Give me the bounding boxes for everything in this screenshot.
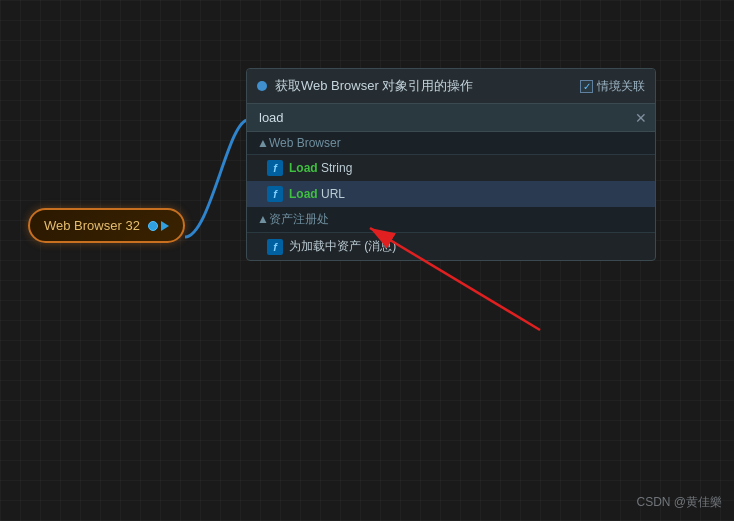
context-panel: 获取Web Browser 对象引用的操作 ✓ 情境关联 ✕ ▲Web Brow… bbox=[246, 68, 656, 261]
menu-item-text: Load String bbox=[289, 161, 352, 175]
search-bar: ✕ bbox=[247, 104, 655, 132]
node-label: Web Browser 32 bbox=[44, 218, 140, 233]
context-checkbox[interactable]: ✓ bbox=[580, 80, 593, 93]
web-browser-node: Web Browser 32 bbox=[28, 208, 185, 243]
func-icon-asset: f bbox=[267, 239, 283, 255]
section-header-webbrowser: ▲Web Browser bbox=[247, 132, 655, 155]
node-pin-right bbox=[148, 221, 169, 231]
checkbox-label: 情境关联 bbox=[597, 78, 645, 95]
pin-arrow bbox=[161, 221, 169, 231]
panel-header: 获取Web Browser 对象引用的操作 ✓ 情境关联 bbox=[247, 69, 655, 104]
search-clear-icon[interactable]: ✕ bbox=[635, 110, 647, 126]
menu-item-text-url: Load URL bbox=[289, 187, 345, 201]
watermark: CSDN @黄佳樂 bbox=[636, 494, 722, 511]
func-icon: f bbox=[267, 160, 283, 176]
menu-item-text-asset: 为加载中资产 (消息) bbox=[289, 238, 396, 255]
search-input[interactable] bbox=[255, 108, 635, 127]
menu-item-load-url[interactable]: f Load URL bbox=[247, 181, 655, 207]
pin-dot bbox=[148, 221, 158, 231]
section-header-asset: ▲资产注册处 bbox=[247, 207, 655, 233]
menu-item-load-string[interactable]: f Load String bbox=[247, 155, 655, 181]
panel-checkbox-area[interactable]: ✓ 情境关联 bbox=[580, 78, 645, 95]
node-box: Web Browser 32 bbox=[28, 208, 185, 243]
panel-title: 获取Web Browser 对象引用的操作 bbox=[275, 77, 572, 95]
panel-title-dot bbox=[257, 81, 267, 91]
func-icon-url: f bbox=[267, 186, 283, 202]
menu-item-asset-load[interactable]: f 为加载中资产 (消息) bbox=[247, 233, 655, 260]
